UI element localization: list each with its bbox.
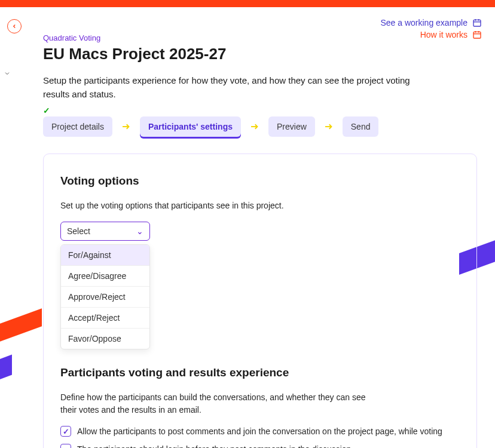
wizard-steps: ✓ Project details Participants' settings…	[43, 116, 477, 137]
calendar-icon	[472, 18, 482, 27]
step-label: Participants' settings	[148, 122, 233, 131]
voting-options-heading: Voting options	[60, 174, 460, 188]
select-value: Select	[67, 226, 90, 236]
example-link[interactable]: See a working example	[380, 18, 482, 27]
voting-select[interactable]: Select ⌄	[60, 222, 150, 241]
step-label: Project details	[51, 122, 104, 131]
page-subtitle: Setup the participants experience for ho…	[43, 74, 426, 101]
arrow-right-icon	[121, 121, 132, 132]
checkbox-row-comments: Allow the participants to post comments …	[60, 426, 460, 438]
svg-rect-0	[473, 20, 481, 26]
arrow-right-icon	[249, 121, 260, 132]
settings-panel: Voting options Set up the voting options…	[43, 154, 477, 448]
step-preview[interactable]: Preview	[268, 116, 315, 137]
checkbox-label: The participants should login before the…	[77, 444, 351, 448]
decorative-slash	[0, 308, 42, 354]
voting-select-wrapper: Select ⌄ For/Against Agree/Disagree Appr…	[60, 222, 150, 241]
step-label: Send	[351, 122, 371, 131]
decorative-slash	[0, 355, 12, 395]
voting-select-dropdown: For/Against Agree/Disagree Approve/Rejec…	[60, 244, 150, 349]
checkbox-allow-comments[interactable]	[60, 426, 71, 437]
example-link-label: See a working example	[380, 18, 468, 27]
experience-desc: Define how the participants can build th…	[60, 391, 371, 416]
main-content: Quadratic Voting EU Macs Project 2025-27…	[43, 33, 477, 448]
chevron-down-icon	[4, 70, 11, 77]
step-label: Preview	[277, 122, 307, 131]
option-for-against[interactable]: For/Against	[61, 245, 149, 266]
step-project-details[interactable]: ✓ Project details	[43, 116, 112, 137]
step-send[interactable]: Send	[343, 116, 379, 137]
chevron-down-icon: ⌄	[136, 226, 143, 236]
option-agree-disagree[interactable]: Agree/Disagree	[61, 266, 149, 287]
back-button[interactable]	[7, 19, 22, 33]
voting-options-desc: Set up the voting options that participa…	[60, 200, 460, 212]
option-accept-reject[interactable]: Accept/Reject	[61, 308, 149, 329]
sidebar-collapse-toggle[interactable]	[4, 69, 11, 79]
arrow-right-icon	[323, 121, 334, 132]
experience-section: Participants voting and results experien…	[60, 366, 460, 448]
checkbox-row-login: The participants should login before the…	[60, 444, 460, 448]
chevron-left-icon	[11, 23, 17, 29]
top-accent-bar	[0, 0, 495, 7]
option-favor-oppose[interactable]: Favor/Oppose	[61, 329, 149, 349]
experience-heading: Participants voting and results experien…	[60, 366, 460, 379]
step-participants-settings[interactable]: Participants' settings	[140, 116, 241, 137]
check-icon: ✓	[43, 106, 50, 115]
eyebrow-label: Quadratic Voting	[43, 33, 477, 42]
page-title: EU Macs Project 2025-27	[43, 45, 477, 63]
option-approve-reject[interactable]: Approve/Reject	[61, 287, 149, 308]
checkbox-label: Allow the participants to post comments …	[77, 426, 442, 438]
checkbox-require-login[interactable]	[60, 444, 71, 448]
